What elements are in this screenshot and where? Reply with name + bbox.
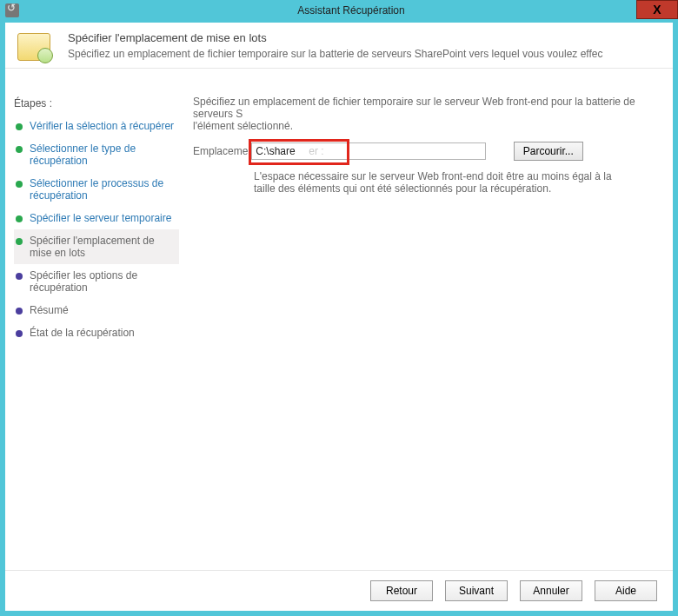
staging-space-note: L'espace nécessaire sur le serveur Web f… [254,170,619,195]
cancel-button[interactable]: Annuler [520,580,582,601]
step-specify-staging-location[interactable]: Spécifier l'emplacement de mise en lots [14,229,179,264]
close-button[interactable]: X [636,0,678,19]
next-button[interactable]: Suivant [445,580,508,601]
staging-location-label-left: Emplaceme [193,145,248,157]
wizard-main-panel: Spécifiez un emplacement de fichier temp… [186,92,673,571]
step-bullet-icon [16,330,23,337]
step-label: Résumé [30,304,69,316]
step-bullet-icon [16,215,23,222]
step-bullet-icon [16,308,23,315]
staging-path-input[interactable] [251,142,486,160]
wizard-footer: Retour Suivant Annuler Aide [5,570,673,611]
step-specify-temp-server[interactable]: Spécifier le serveur temporaire [14,207,179,229]
close-icon: X [653,3,661,17]
folder-recover-icon [17,33,50,61]
step-verify-selection[interactable]: Vérifier la sélection à récupérer [14,115,179,137]
wizard-header-text: Spécifier l'emplacement de mise en lots … [68,31,661,60]
help-button[interactable]: Aide [595,580,657,601]
staging-location-row: Emplaceme er : Parcourir... [193,141,673,162]
step-label: Vérifier la sélection à récupérer [30,120,174,132]
step-label: Spécifier l'emplacement de mise en lots [30,235,177,259]
browse-button[interactable]: Parcourir... [514,142,583,161]
step-bullet-icon [16,273,23,280]
wizard-header: Spécifier l'emplacement de mise en lots … [5,23,673,69]
step-label: État de la récupération [30,327,135,339]
step-bullet-icon [16,123,23,130]
window-chrome: Assistant Récupération X Spécifier l'emp… [0,0,678,616]
window-title: Assistant Récupération [24,4,678,17]
step-bullet-icon [16,238,23,245]
staging-path-wrap [251,142,486,160]
page-subtitle: Spécifiez un emplacement de fichier temp… [68,48,661,60]
back-button[interactable]: Retour [370,580,433,601]
client-area: Spécifier l'emplacement de mise en lots … [5,23,673,611]
staging-location-label-right: er : [309,145,323,157]
page-title: Spécifier l'emplacement de mise en lots [68,31,661,44]
step-specify-recovery-options[interactable]: Spécifier les options de récupération [14,264,179,299]
steps-heading: Étapes : [14,97,179,109]
step-summary[interactable]: Résumé [14,299,179,321]
wizard-body: Étapes : Vérifier la sélection à récupér… [5,92,673,571]
step-label: Spécifier les options de récupération [30,269,177,294]
step-label: Sélectionner le type de récupération [30,142,177,167]
step-select-recovery-type[interactable]: Sélectionner le type de récupération [14,137,179,172]
step-recovery-status[interactable]: État de la récupération [14,321,179,344]
staging-description: Spécifiez un emplacement de fichier temp… [193,96,673,132]
step-bullet-icon [16,146,23,153]
step-select-recovery-process[interactable]: Sélectionner le processus de récupératio… [14,172,179,207]
title-bar[interactable]: Assistant Récupération X [0,0,678,21]
app-icon [5,3,19,17]
step-label: Spécifier le serveur temporaire [30,212,171,224]
step-label: Sélectionner le processus de récupératio… [30,177,177,202]
step-bullet-icon [16,181,23,188]
steps-sidebar: Étapes : Vérifier la sélection à récupér… [5,92,186,571]
